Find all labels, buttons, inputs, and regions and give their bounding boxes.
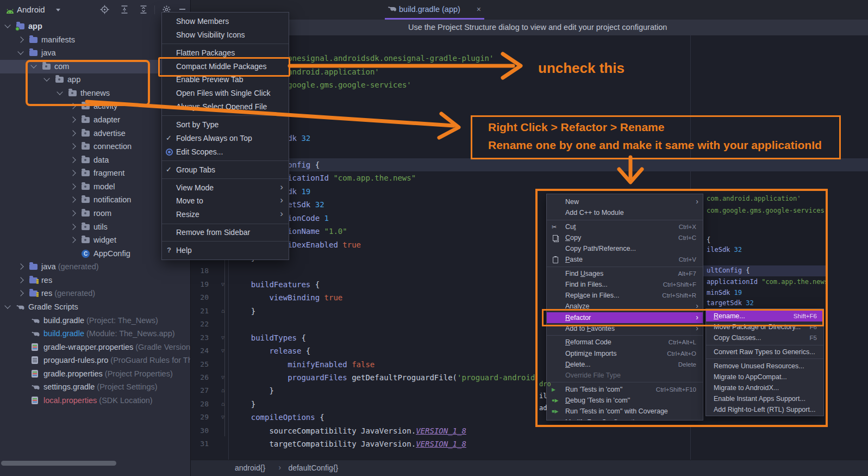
breadcrumb-item[interactable]: android{} <box>235 463 265 472</box>
project-view-selector[interactable]: Android <box>17 5 45 14</box>
menu-item-resize[interactable]: Resize› <box>162 208 289 221</box>
tree-item-res[interactable]: res (generated) <box>0 287 191 300</box>
menu-item-sort-by-type[interactable]: Sort by Type <box>162 118 289 132</box>
fold-open-icon[interactable]: ▽ <box>218 371 227 384</box>
close-icon[interactable]: × <box>477 5 481 14</box>
tree-item-gradle-wrapper-properties[interactable]: gradle-wrapper.properties (Gradle Versio… <box>0 341 191 354</box>
inset-menu-item-convert-raw-types-to-generics-[interactable]: Convert Raw Types to Generics... <box>706 347 823 357</box>
fold-open-icon[interactable]: ▽ <box>218 344 227 357</box>
token: compileOptions <box>233 413 320 422</box>
tree-item-label: data <box>93 153 109 167</box>
chevron-right-icon[interactable] <box>70 116 76 122</box>
inset-menu-item-replace-in-files-[interactable]: Replace in Files...Ctrl+Shift+R <box>547 290 703 301</box>
tree-item-gradle-properties[interactable]: gradle.properties (Project Properties) <box>0 367 191 381</box>
menu-item-show-members[interactable]: Show Members <box>162 15 289 28</box>
chevron-right-icon[interactable] <box>70 183 76 189</box>
breadcrumb-item[interactable]: defaultConfig{} <box>288 463 338 472</box>
chevron-right-icon[interactable] <box>70 143 76 149</box>
inset-menu-item-enable-instant-apps-support-[interactable]: Enable Instant Apps Support... <box>706 393 823 404</box>
line-number: 23 <box>191 331 209 344</box>
menu-item-edit-scopes-[interactable]: Edit Scopes... <box>162 145 289 159</box>
chevron-right-icon[interactable] <box>70 130 76 136</box>
chevron-right-icon[interactable] <box>70 170 76 176</box>
dropdown-arrow-icon[interactable] <box>56 9 60 11</box>
token: { <box>315 160 320 169</box>
inset-menu-item-reformat-code[interactable]: Reformat CodeCtrl+Alt+L <box>547 337 703 348</box>
inset-menu-item-delete-[interactable]: Delete...Delete <box>547 359 703 370</box>
expand-all-icon[interactable] <box>120 5 129 14</box>
menu-separator <box>706 358 823 359</box>
fold-end-icon[interactable]: ⌂ <box>218 305 227 318</box>
chevron-right-icon[interactable] <box>17 277 23 283</box>
tree-item-build-gradle[interactable]: build.gradle (Project: The_News) <box>0 314 191 327</box>
inset-menu-item-copy[interactable]: CopyCtrl+C <box>547 232 703 243</box>
hide-panel-icon[interactable] <box>179 9 185 10</box>
chevron-right-icon[interactable] <box>70 210 76 216</box>
tree-item-res[interactable]: res <box>0 274 191 287</box>
chevron-right-icon[interactable] <box>70 197 76 203</box>
inset-menu-item-override-file-type[interactable]: Override File Type <box>547 370 703 381</box>
chevron-right-icon[interactable] <box>70 237 76 243</box>
fold-open-icon[interactable]: ▽ <box>218 278 227 291</box>
inset-menu-item-migrate-to-androidx-[interactable]: Migrate to AndroidX... <box>706 382 823 393</box>
menu-item-move-to[interactable]: Move to› <box>162 194 289 208</box>
menu-item-label: Paste <box>565 256 583 263</box>
tree-item-settings-gradle[interactable]: settings.gradle (Project Settings) <box>0 380 191 394</box>
tree-item-java[interactable]: java (generated) <box>0 260 191 274</box>
chevron-down-icon[interactable] <box>4 22 10 28</box>
inset-menu-item-find-usages[interactable]: Find UsagesAlt+F7 <box>547 268 703 279</box>
inset-menu-item-debug-tests-in-com-[interactable]: Debug 'Tests in 'com''●▶ <box>547 395 703 406</box>
uncheck-this-label: uncheck this <box>538 60 625 77</box>
inset-code-line: applicationId "com.app.the.news" <box>707 277 828 287</box>
inset-menu-item-run-tests-in-com-with-coverage[interactable]: Run 'Tests in 'com'' with Coverage■▶ <box>547 406 703 417</box>
inset-menu-item-find-in-files-[interactable]: Find in Files...Ctrl+Shift+F <box>547 279 703 290</box>
menu-item-view-mode[interactable]: View Mode› <box>162 181 289 195</box>
inset-menu-item-copy-classes-[interactable]: Copy Classes...F5 <box>706 332 823 343</box>
horizontal-scrollbar[interactable] <box>1 461 116 466</box>
token: { <box>301 333 305 342</box>
chevron-right-icon[interactable] <box>70 157 76 163</box>
inset-menu-item-optimize-imports[interactable]: Optimize ImportsCtrl+Alt+O <box>547 348 703 359</box>
menu-item-remove-from-sidebar[interactable]: Remove from Sidebar <box>162 226 289 239</box>
chevron-right-icon[interactable] <box>17 36 23 42</box>
menu-item-help[interactable]: Help? <box>162 244 289 257</box>
shortcut-label: Ctrl+C <box>678 232 696 243</box>
shortcut-label: Ctrl+Shift+F <box>663 279 696 290</box>
menu-item-folders-always-on-top[interactable]: Folders Always on Top✓ <box>162 132 289 145</box>
inset-menu-item-migrate-to-appcompat-[interactable]: Migrate to AppCompat... <box>706 372 823 382</box>
inset-menu-item-add-right-to-left-rtl-support-[interactable]: Add Right-to-Left (RTL) Support... <box>706 404 823 415</box>
menu-item-open-files-with-single-click[interactable]: Open Files with Single Click <box>162 86 289 100</box>
locate-file-icon[interactable] <box>100 5 109 14</box>
fold-end-icon[interactable]: ⌂ <box>218 384 227 397</box>
chevron-down-icon[interactable] <box>4 302 10 308</box>
menu-item-group-tabs[interactable]: Group Tabs✓ <box>162 163 289 177</box>
fold-open-icon[interactable]: ▽ <box>218 331 227 344</box>
tab-build-gradle-app[interactable]: build.gradle (app) × <box>385 0 484 20</box>
menu-item-show-visibility-icons[interactable]: Show Visibility Icons <box>162 28 289 42</box>
inset-menu-item-add-c-to-module[interactable]: Add C++ to Module <box>547 207 703 218</box>
chevron-right-icon[interactable] <box>70 224 76 230</box>
inset-code-line: minSdk 19 <box>707 288 742 298</box>
inset-menu-item-new[interactable]: New› <box>547 196 703 207</box>
menu-item-always-select-opened-file[interactable]: Always Select Opened File <box>162 100 289 114</box>
tree-item-proguard-rules-pro[interactable]: proguard-rules.pro (ProGuard Rules for T… <box>0 354 191 367</box>
fold-end-icon[interactable]: ⌂ <box>218 398 227 411</box>
inset-menu-item-remove-unused-resources-[interactable]: Remove Unused Resources... <box>706 361 823 372</box>
chevron-right-icon[interactable] <box>17 264 23 270</box>
fold-open-icon[interactable]: ▽ <box>218 411 227 424</box>
tree-item-local-properties[interactable]: local.properties (SDK Location) <box>0 394 191 407</box>
line-number: 21 <box>191 305 209 318</box>
inset-menu-item-copy-path-reference-[interactable]: Copy Path/Reference... <box>547 243 703 254</box>
inset-menu-item-cut[interactable]: CutCtrl+X✂ <box>547 221 703 232</box>
tree-item-gradle-scripts[interactable]: Gradle Scripts <box>0 300 191 314</box>
tree-item-build-gradle[interactable]: build.gradle (Module: The_News.app) <box>0 327 191 341</box>
inset-menu-item-run-tests-in-com-[interactable]: Run 'Tests in 'com''Ctrl+Shift+F10▶ <box>547 384 703 395</box>
token: "com.app.the.news" <box>761 278 828 286</box>
inset-edge-fragment: dro <box>539 379 551 390</box>
chevron-down-icon[interactable] <box>17 48 23 54</box>
inset-menu-item-paste[interactable]: PasteCtrl+V <box>547 254 703 265</box>
menu-item-label: Remove Unused Resources... <box>714 362 804 370</box>
inset-menu-item-modify-run-configuration-[interactable]: Modify Run Configuration... <box>547 417 703 421</box>
collapse-all-icon[interactable] <box>139 5 148 14</box>
chevron-right-icon[interactable] <box>17 290 23 296</box>
